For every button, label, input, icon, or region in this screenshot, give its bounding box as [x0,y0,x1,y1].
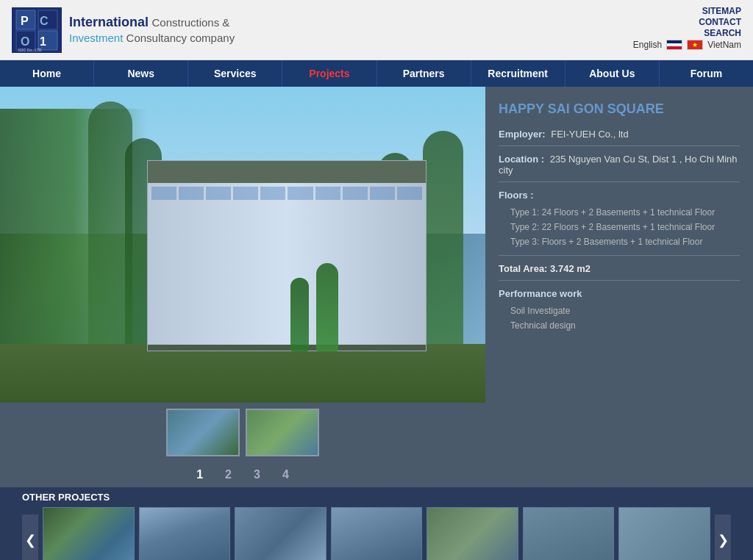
other-project-2[interactable] [139,507,231,560]
other-project-7[interactable] [618,507,710,560]
nav-item-services[interactable]: Services [188,60,282,87]
svg-text:C: C [40,15,49,27]
floor-type-3: Type 3: Floors + 2 Basements + 1 technic… [499,234,740,249]
vietnam-flag[interactable] [687,40,703,50]
search-link[interactable]: SEARCH [704,28,741,38]
company-name-consultancy: Consultancy [126,32,188,44]
top-links: SITEMAP CONTACT SEARCH [699,6,741,38]
floor-type-1: Type 1: 24 Floors + 2 Basements + 1 tech… [499,205,740,220]
total-area-row: Total Area: 3.742 m2 [499,263,740,281]
company-name-rest1: Constructions & [151,16,229,29]
other-project-4[interactable] [331,507,423,560]
thumb-2[interactable] [246,409,319,456]
slide-number-3[interactable]: 3 [254,468,260,481]
slide-number-1[interactable]: 1 [196,468,203,481]
other-projects-section: OTHER PROJECTS ❮ ❯ [0,487,753,560]
perf-item-2: Technical design [499,318,740,333]
other-project-6[interactable] [523,507,615,560]
performance-row: Performance work Soil Investigate Techni… [499,288,740,339]
contact-link[interactable]: CONTACT [699,17,741,27]
nav-item-home[interactable]: Home [0,60,94,87]
nav-item-about-us[interactable]: About Us [565,60,660,87]
slideshow: 1234 [0,87,485,487]
nav-item-recruitment[interactable]: Recruitment [471,60,565,87]
perf-item-1: Soil Investigate [499,304,740,318]
performance-label: Performance work [499,288,740,299]
svg-text:O: O [21,35,29,48]
other-projects-title: OTHER PROJECTS [22,492,731,503]
sitemap-link[interactable]: SITEMAP [702,6,741,16]
floors-label: Floors : [499,190,740,201]
english-label[interactable]: English [633,40,662,50]
slide-number-2[interactable]: 2 [225,468,232,481]
logo-icon: P C O 1 ICIC Co., LTD [12,7,62,53]
nav-item-forum[interactable]: Forum [660,60,753,87]
svg-text:ICIC Co., LTD: ICIC Co., LTD [18,48,42,51]
prev-arrow[interactable]: ❮ [22,514,38,560]
other-project-5[interactable] [427,507,518,560]
company-name-international: International [69,15,149,29]
other-projects-thumbs-row: ❮ ❯ [22,507,731,560]
header: P C O 1 ICIC Co., LTD International Cons… [0,0,753,60]
top-right: SITEMAP CONTACT SEARCH English VietNam [633,6,741,50]
other-project-3[interactable] [235,507,326,560]
project-info: HAPPY SAI GON SQUARE Employer: FEI-YUEH … [485,87,753,487]
thumb-1[interactable] [166,409,240,456]
vietnam-label[interactable]: VietNam [707,40,741,50]
location-row: Location : 235 Nguyen Van Cu St, Dist 1 … [499,154,740,182]
floor-type-2: Type 2: 22 Floors + 2 Basements + 1 tech… [499,220,740,234]
employer-value: FEI-YUEH Co., ltd [551,129,628,140]
company-name-investment: Investment [69,32,123,44]
floors-row: Floors : Type 1: 24 Floors + 2 Basements… [499,190,740,256]
nav-item-partners[interactable]: Partners [377,60,471,87]
project-title: HAPPY SAI GON SQUARE [499,101,740,117]
next-arrow[interactable]: ❯ [715,514,731,560]
employer-row: Employer: FEI-YUEH Co., ltd [499,129,740,146]
location-label: Location : [499,154,544,165]
slide-number-4[interactable]: 4 [282,468,289,481]
slide-numbers: 1234 [0,462,485,487]
language-row: English VietNam [633,40,741,50]
main-content: 1234 HAPPY SAI GON SQUARE Employer: FEI-… [0,87,753,487]
main-slide-image [0,87,485,403]
company-name-company: company [190,32,235,44]
other-project-1[interactable] [43,507,135,560]
navbar: HomeNewsServicesProjectsPartnersRecruitm… [0,60,753,87]
company-name: International Constructions & Investment… [69,14,235,46]
employer-label: Employer: [499,129,546,140]
logo-box: P C O 1 ICIC Co., LTD International Cons… [12,7,235,53]
total-area-value: 3.742 m2 [550,263,590,274]
english-flag[interactable] [666,40,682,50]
svg-text:1: 1 [40,35,46,48]
svg-text:P: P [21,15,29,27]
nav-item-projects[interactable]: Projects [282,60,376,87]
total-area-label: Total Area: [499,263,547,274]
slide-thumbnails [0,403,485,462]
nav-item-news[interactable]: News [94,60,188,87]
